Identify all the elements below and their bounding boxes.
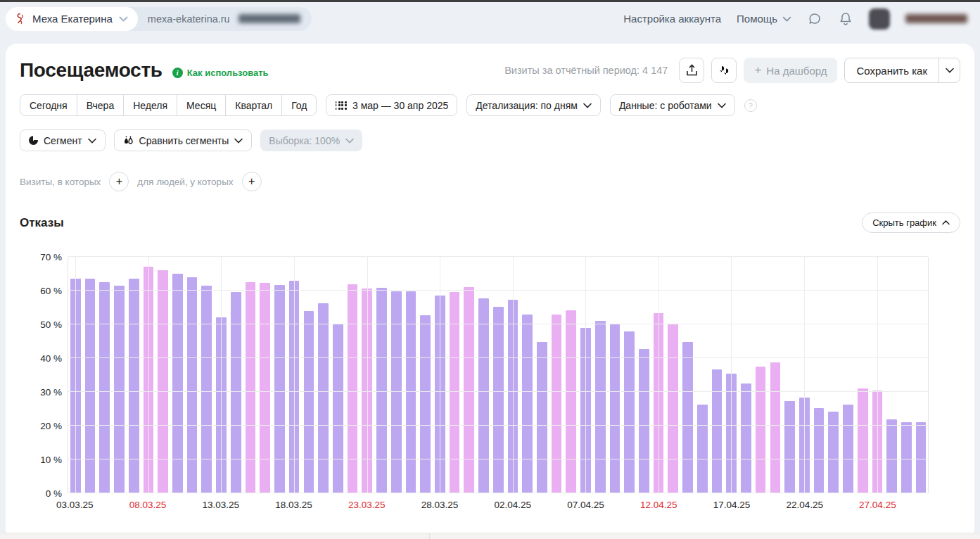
chart-bar[interactable]	[697, 405, 708, 493]
chart-bar[interactable]	[595, 321, 606, 493]
bar-slot	[170, 257, 185, 493]
bar-slot	[637, 257, 651, 493]
chart-bar[interactable]	[420, 315, 431, 493]
counter-domain-wrap: mexa-ekaterina.ru	[138, 13, 312, 25]
chevron-down-icon	[119, 16, 128, 22]
add-to-dashboard-button[interactable]: + На дашборд	[744, 58, 837, 83]
bar-slot	[302, 257, 317, 493]
preset-quarter[interactable]: Квартал	[225, 95, 281, 115]
chart-bar[interactable]	[348, 284, 358, 493]
preset-month[interactable]: Месяц	[177, 95, 225, 115]
metrica-widget-button[interactable]	[711, 58, 737, 83]
bar-slot	[622, 257, 637, 493]
chart-bar[interactable]	[304, 311, 314, 493]
x-tick-label: 02.04.25	[494, 500, 531, 510]
chart-bar[interactable]	[318, 303, 329, 493]
bar-slot	[768, 257, 783, 493]
chart-bar[interactable]	[406, 291, 416, 493]
chart-bar[interactable]	[610, 324, 621, 493]
metrica-quotes-icon	[718, 64, 730, 77]
preset-yesterday[interactable]: Вчера	[77, 95, 124, 115]
save-as-menu-button[interactable]	[938, 58, 960, 82]
chart-bar[interactable]	[770, 362, 781, 493]
segments-row: Сегмент Сравнить сегменты Выборка: 100%	[20, 129, 960, 151]
bar-slot	[899, 257, 914, 493]
y-tick-label: 50 %	[40, 319, 62, 330]
preset-today[interactable]: Сегодня	[20, 95, 77, 115]
chat-icon[interactable]	[807, 11, 822, 27]
chart-bar[interactable]	[756, 367, 766, 493]
chart-bar[interactable]	[201, 286, 212, 493]
chart-bar[interactable]	[478, 298, 489, 493]
help-menu[interactable]: Помощь	[737, 13, 791, 25]
chart-bar[interactable]	[916, 422, 927, 493]
chart-bar[interactable]	[784, 401, 795, 493]
chart-bar[interactable]	[274, 285, 285, 493]
chart-bar[interactable]	[450, 292, 460, 493]
chart-bar[interactable]	[464, 287, 474, 493]
chart-bar[interactable]	[114, 286, 125, 493]
detail-dropdown[interactable]: Детализация: по дням	[466, 94, 601, 116]
export-icon	[686, 64, 698, 77]
chevron-up-icon	[942, 220, 950, 225]
chevron-down-icon	[345, 138, 354, 144]
chart-bar[interactable]	[537, 342, 547, 493]
chart-bar[interactable]	[333, 324, 343, 493]
sampling-dropdown[interactable]: Выборка: 100%	[260, 129, 362, 151]
chart-bar[interactable]	[493, 307, 504, 493]
gridline	[68, 324, 928, 324]
preset-week[interactable]: Неделя	[123, 95, 177, 115]
chart-bar[interactable]	[814, 408, 825, 493]
chart-bar[interactable]	[624, 331, 635, 493]
y-tick-label: 0 %	[46, 488, 62, 499]
chart-bar[interactable]	[522, 315, 533, 493]
bar-slot	[884, 257, 899, 493]
add-people-filter-button[interactable]: +	[242, 172, 262, 191]
chart-bar[interactable]	[187, 277, 198, 493]
add-visit-filter-button[interactable]: +	[109, 172, 129, 191]
chart-bar[interactable]	[85, 279, 96, 493]
chart-bar[interactable]	[639, 349, 649, 493]
chart-bar[interactable]	[99, 282, 110, 493]
chart-bar[interactable]	[172, 274, 183, 493]
chart-bar[interactable]	[668, 324, 678, 493]
hide-chart-button[interactable]: Скрыть график	[862, 213, 960, 233]
chart-bar[interactable]	[901, 422, 912, 493]
chart-bar[interactable]	[260, 283, 270, 493]
chart-bar[interactable]	[682, 342, 693, 493]
chart-bar[interactable]	[858, 388, 868, 493]
chart-bar[interactable]	[552, 315, 562, 493]
data-help-icon[interactable]: ?	[744, 99, 757, 112]
bar-slot	[316, 257, 331, 493]
gridline	[804, 257, 805, 493]
chart-bar[interactable]	[391, 291, 402, 493]
bar-slot	[593, 257, 608, 493]
gridline	[658, 257, 659, 493]
data-dropdown[interactable]: Данные: с роботами	[610, 94, 735, 116]
chart-bar[interactable]	[741, 383, 751, 493]
chart-bar[interactable]	[843, 405, 853, 493]
chart-bar[interactable]	[712, 369, 723, 493]
chart-bar[interactable]	[828, 412, 839, 493]
date-range-button[interactable]: 3 мар — 30 апр 2025	[326, 94, 457, 116]
chart-bar[interactable]	[246, 282, 256, 493]
compare-segments-dropdown[interactable]: Сравнить сегменты	[114, 129, 253, 151]
chart-bar[interactable]	[158, 270, 168, 493]
avatar[interactable]	[869, 8, 890, 30]
account-settings-link[interactable]: Настройка аккаунта	[623, 13, 721, 25]
chart-bar[interactable]	[376, 288, 387, 493]
save-as-button[interactable]: Сохранить как	[845, 58, 938, 82]
chart-bar[interactable]	[231, 292, 241, 493]
bell-icon[interactable]	[838, 11, 853, 27]
counter-selector[interactable]: Меха Екатерина	[6, 7, 138, 31]
chart-bar[interactable]	[886, 419, 897, 493]
segment-dropdown[interactable]: Сегмент	[20, 129, 106, 151]
bar-slot	[229, 257, 243, 493]
top-right-menu: Настройка аккаунта Помощь	[623, 8, 967, 30]
how-to-use-link[interactable]: i Как использовать	[172, 68, 269, 78]
chart-bar[interactable]	[566, 310, 576, 493]
export-button[interactable]	[679, 58, 704, 83]
chart-bar[interactable]	[129, 279, 139, 493]
preset-year[interactable]: Год	[281, 95, 316, 115]
gridline	[68, 256, 928, 257]
